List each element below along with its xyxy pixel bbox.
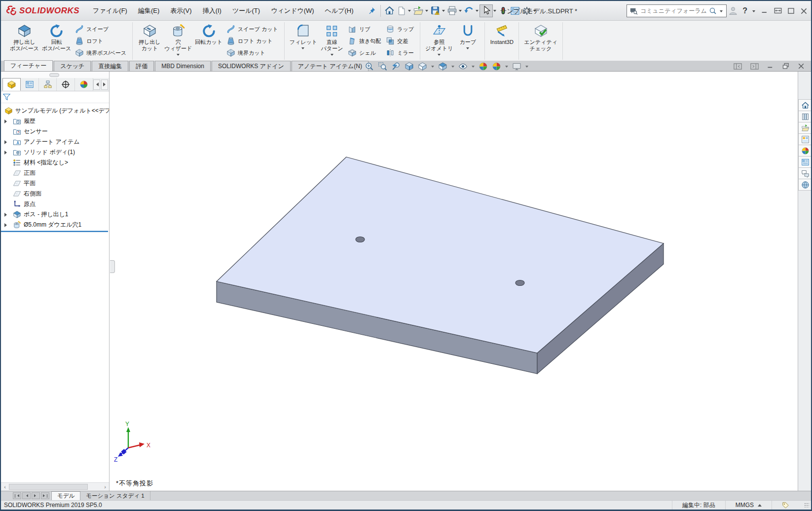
expand-arrow[interactable]: [4, 119, 10, 123]
view-palette-tab[interactable]: [798, 133, 812, 145]
dowel-hole-2[interactable]: [516, 280, 524, 286]
instant3d-button[interactable]: Instant3D: [488, 23, 515, 46]
tab-display-manager[interactable]: [75, 78, 93, 91]
expand-arrow[interactable]: [4, 213, 10, 217]
linear-pattern-button[interactable]: 直線 パターン: [319, 23, 345, 58]
pattern-dropdown-caret[interactable]: [331, 54, 333, 57]
design-library-tab[interactable]: [798, 111, 812, 122]
panel-collapse-handle[interactable]: [49, 73, 59, 77]
hole-wizard-button[interactable]: 穴 ウィザード: [163, 23, 193, 58]
maximize-button[interactable]: [787, 7, 795, 15]
apply-scene-caret[interactable]: [505, 66, 508, 69]
panel-tabs-left-arrow[interactable]: [93, 79, 100, 90]
tab-features[interactable]: フィーチャー: [4, 60, 53, 71]
previous-view-button[interactable]: [391, 62, 401, 71]
model-tab[interactable]: モデル: [51, 491, 80, 500]
tree-item-material[interactable]: 材料 <指定なし>: [1, 157, 109, 168]
tags-cell[interactable]: [772, 501, 799, 510]
tree-item-right-plane[interactable]: 右側面: [1, 189, 109, 199]
mirror-button[interactable]: ミラー: [383, 47, 416, 59]
loft-button[interactable]: ロフト: [73, 35, 129, 47]
zoom-to-fit-button[interactable]: [365, 62, 374, 71]
print-button[interactable]: [446, 4, 458, 17]
refgeo-dropdown-caret[interactable]: [438, 54, 441, 57]
3d-model-canvas[interactable]: Y X Z: [110, 72, 798, 491]
draft-button[interactable]: 抜き勾配: [345, 35, 383, 47]
tree-item-sensors[interactable]: センサー: [1, 126, 109, 137]
menu-insert[interactable]: 挿入(I): [197, 4, 227, 18]
tab-sketch[interactable]: スケッチ: [54, 61, 91, 71]
new-dropdown-caret[interactable]: [408, 10, 411, 13]
save-dropdown-caret[interactable]: [442, 10, 445, 13]
tab-evaluate[interactable]: 評価: [129, 61, 154, 71]
edit-appearance-button[interactable]: [479, 62, 488, 71]
tree-item-annotations[interactable]: アノテート アイテム: [1, 137, 109, 147]
revolve-boss-button[interactable]: 回転 ボス/ベース: [40, 23, 73, 53]
wrap-button[interactable]: ラップ: [383, 23, 416, 35]
first-tab-button[interactable]: [13, 492, 21, 499]
pin-menu-button[interactable]: [366, 4, 378, 17]
login-user-icon[interactable]: [728, 6, 738, 16]
tree-item-dowel-hole1[interactable]: Ø5.0mm ダウエル穴1: [1, 220, 109, 230]
appearances-tab[interactable]: [798, 145, 812, 157]
minimize-button[interactable]: [761, 7, 769, 15]
zoom-to-area-button[interactable]: [378, 62, 387, 71]
boundary-cut-button[interactable]: 境界カット: [224, 47, 281, 59]
tree-item-solid-bodies[interactable]: ソリッド ボディ(1): [1, 147, 109, 157]
open-button[interactable]: [412, 4, 425, 17]
search-input[interactable]: [640, 7, 706, 14]
panel-tabs-right-arrow[interactable]: [101, 79, 108, 90]
last-tab-button[interactable]: [41, 492, 49, 499]
menu-view[interactable]: 表示(V): [165, 4, 197, 18]
section-view-button[interactable]: [405, 62, 414, 71]
view-orientation-button[interactable]: [418, 62, 427, 71]
forum-tab[interactable]: [798, 167, 812, 179]
tab-addins[interactable]: SOLIDWORKS アドイン: [212, 61, 291, 71]
sweep-cut-button[interactable]: スイープ カット: [224, 23, 281, 35]
extrude-boss-button[interactable]: 押し出し ボス/ベース: [8, 23, 40, 53]
tab-dimxpert-manager[interactable]: [57, 78, 75, 91]
expand-arrow[interactable]: [4, 151, 10, 155]
file-explorer-tab[interactable]: [798, 122, 812, 134]
loft-cut-button[interactable]: ロフト カット: [224, 35, 281, 47]
close-button[interactable]: [800, 7, 808, 15]
scroll-right-arrow[interactable]: ›: [101, 483, 109, 491]
collapse-left-pane-button[interactable]: [733, 62, 742, 71]
intersect-button[interactable]: 交差: [383, 35, 416, 47]
rollback-bar[interactable]: [1, 231, 108, 232]
curve-dropdown-caret[interactable]: [466, 47, 469, 51]
unit-system-cell[interactable]: MMGS: [725, 501, 772, 510]
extruded-cut-button[interactable]: 押し出し カット: [136, 23, 163, 53]
tree-filter-bar[interactable]: [1, 91, 109, 103]
expand-arrow[interactable]: [4, 140, 10, 144]
boundary-boss-button[interactable]: 境界ボス/ベース: [73, 47, 129, 59]
view-orientation-caret[interactable]: [431, 66, 434, 69]
tab-feature-manager[interactable]: [2, 78, 21, 91]
unit-system-caret[interactable]: [758, 502, 762, 507]
open-dropdown-caret[interactable]: [425, 10, 428, 13]
collapse-right-pane-button[interactable]: [750, 62, 759, 71]
menu-window[interactable]: ウィンドウ(W): [265, 4, 319, 18]
reference-triad[interactable]: Y X Z: [114, 421, 150, 463]
plate-model[interactable]: [217, 157, 664, 374]
expand-arrow[interactable]: [4, 223, 10, 227]
magnifier-icon[interactable]: [709, 7, 717, 15]
tab-annotate-items[interactable]: アノテート アイテム(N): [292, 61, 369, 71]
display-style-button[interactable]: [438, 62, 447, 71]
menu-edit[interactable]: 編集(E): [133, 4, 165, 18]
menu-help[interactable]: ヘルプ(H): [320, 4, 359, 18]
view-settings-button[interactable]: [512, 62, 521, 71]
help-icon[interactable]: ?: [742, 6, 747, 15]
hide-show-items-button[interactable]: [458, 62, 468, 71]
panel-splitter-handle[interactable]: [110, 260, 115, 273]
resize-grip[interactable]: [804, 503, 809, 508]
resources-home-tab[interactable]: [798, 99, 812, 111]
reference-geometry-button[interactable]: 参照 ジオメトリ: [424, 23, 454, 58]
display-style-caret[interactable]: [451, 66, 454, 69]
solidworks-resources-tab[interactable]: [798, 179, 812, 191]
search-dropdown-caret[interactable]: [720, 10, 723, 14]
hide-show-caret[interactable]: [472, 66, 475, 69]
curve-button[interactable]: カーブ: [454, 23, 481, 52]
scroll-left-arrow[interactable]: ‹: [1, 483, 9, 491]
shell-button[interactable]: シェル: [345, 47, 383, 59]
